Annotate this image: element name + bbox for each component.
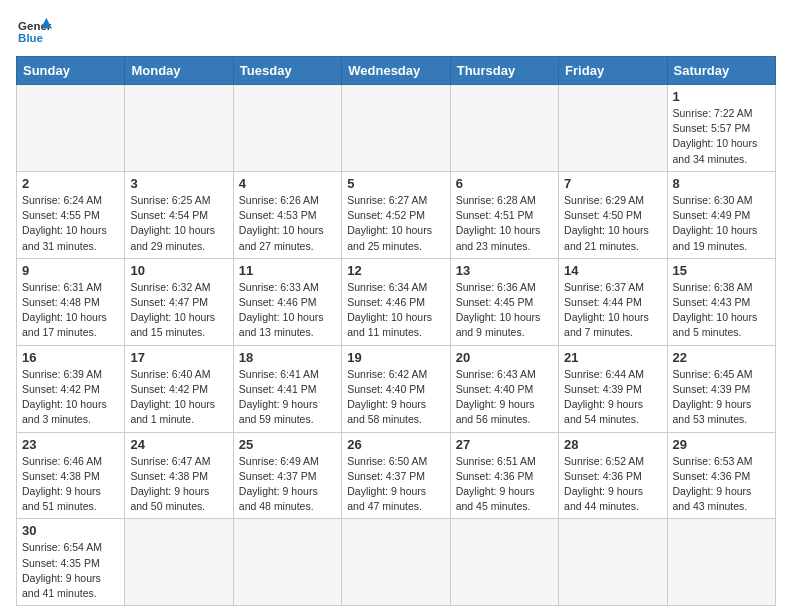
calendar-day-cell: 28Sunrise: 6:52 AM Sunset: 4:36 PM Dayli…: [559, 432, 667, 519]
calendar-day-cell: 15Sunrise: 6:38 AM Sunset: 4:43 PM Dayli…: [667, 258, 775, 345]
day-sun-info: Sunrise: 6:39 AM Sunset: 4:42 PM Dayligh…: [22, 367, 119, 428]
day-number: 27: [456, 437, 553, 452]
day-number: 24: [130, 437, 227, 452]
day-sun-info: Sunrise: 6:53 AM Sunset: 4:36 PM Dayligh…: [673, 454, 770, 515]
calendar-day-cell: [342, 85, 450, 172]
day-sun-info: Sunrise: 6:38 AM Sunset: 4:43 PM Dayligh…: [673, 280, 770, 341]
calendar-day-cell: 20Sunrise: 6:43 AM Sunset: 4:40 PM Dayli…: [450, 345, 558, 432]
day-sun-info: Sunrise: 6:29 AM Sunset: 4:50 PM Dayligh…: [564, 193, 661, 254]
calendar-day-cell: 5Sunrise: 6:27 AM Sunset: 4:52 PM Daylig…: [342, 171, 450, 258]
day-sun-info: Sunrise: 6:54 AM Sunset: 4:35 PM Dayligh…: [22, 540, 119, 601]
day-sun-info: Sunrise: 6:50 AM Sunset: 4:37 PM Dayligh…: [347, 454, 444, 515]
calendar-day-cell: 24Sunrise: 6:47 AM Sunset: 4:38 PM Dayli…: [125, 432, 233, 519]
day-sun-info: Sunrise: 7:22 AM Sunset: 5:57 PM Dayligh…: [673, 106, 770, 167]
calendar-day-cell: 25Sunrise: 6:49 AM Sunset: 4:37 PM Dayli…: [233, 432, 341, 519]
day-number: 5: [347, 176, 444, 191]
calendar-day-cell: 12Sunrise: 6:34 AM Sunset: 4:46 PM Dayli…: [342, 258, 450, 345]
day-number: 22: [673, 350, 770, 365]
calendar-week-row: 23Sunrise: 6:46 AM Sunset: 4:38 PM Dayli…: [17, 432, 776, 519]
calendar-day-cell: [17, 85, 125, 172]
day-sun-info: Sunrise: 6:25 AM Sunset: 4:54 PM Dayligh…: [130, 193, 227, 254]
calendar-day-cell: 1Sunrise: 7:22 AM Sunset: 5:57 PM Daylig…: [667, 85, 775, 172]
day-number: 20: [456, 350, 553, 365]
day-of-week-header: Friday: [559, 57, 667, 85]
day-number: 17: [130, 350, 227, 365]
day-sun-info: Sunrise: 6:34 AM Sunset: 4:46 PM Dayligh…: [347, 280, 444, 341]
logo: General Blue: [16, 16, 52, 46]
calendar-table: SundayMondayTuesdayWednesdayThursdayFrid…: [16, 56, 776, 606]
calendar-day-cell: [559, 85, 667, 172]
day-sun-info: Sunrise: 6:28 AM Sunset: 4:51 PM Dayligh…: [456, 193, 553, 254]
day-of-week-header: Tuesday: [233, 57, 341, 85]
calendar-day-cell: 27Sunrise: 6:51 AM Sunset: 4:36 PM Dayli…: [450, 432, 558, 519]
day-number: 16: [22, 350, 119, 365]
calendar-header: General Blue: [16, 16, 776, 46]
calendar-day-cell: [667, 519, 775, 606]
generalblue-logo-icon: General Blue: [16, 16, 52, 46]
calendar-day-cell: 9Sunrise: 6:31 AM Sunset: 4:48 PM Daylig…: [17, 258, 125, 345]
day-number: 29: [673, 437, 770, 452]
calendar-day-cell: 18Sunrise: 6:41 AM Sunset: 4:41 PM Dayli…: [233, 345, 341, 432]
day-number: 2: [22, 176, 119, 191]
day-sun-info: Sunrise: 6:51 AM Sunset: 4:36 PM Dayligh…: [456, 454, 553, 515]
day-number: 28: [564, 437, 661, 452]
calendar-week-row: 1Sunrise: 7:22 AM Sunset: 5:57 PM Daylig…: [17, 85, 776, 172]
day-number: 19: [347, 350, 444, 365]
calendar-day-cell: 19Sunrise: 6:42 AM Sunset: 4:40 PM Dayli…: [342, 345, 450, 432]
day-sun-info: Sunrise: 6:37 AM Sunset: 4:44 PM Dayligh…: [564, 280, 661, 341]
day-number: 18: [239, 350, 336, 365]
calendar-day-cell: [559, 519, 667, 606]
day-sun-info: Sunrise: 6:46 AM Sunset: 4:38 PM Dayligh…: [22, 454, 119, 515]
calendar-day-cell: 11Sunrise: 6:33 AM Sunset: 4:46 PM Dayli…: [233, 258, 341, 345]
day-sun-info: Sunrise: 6:43 AM Sunset: 4:40 PM Dayligh…: [456, 367, 553, 428]
day-number: 8: [673, 176, 770, 191]
day-number: 21: [564, 350, 661, 365]
calendar-day-cell: [125, 85, 233, 172]
svg-text:Blue: Blue: [18, 32, 43, 44]
day-of-week-header: Sunday: [17, 57, 125, 85]
calendar-day-cell: 23Sunrise: 6:46 AM Sunset: 4:38 PM Dayli…: [17, 432, 125, 519]
day-sun-info: Sunrise: 6:40 AM Sunset: 4:42 PM Dayligh…: [130, 367, 227, 428]
calendar-day-cell: 7Sunrise: 6:29 AM Sunset: 4:50 PM Daylig…: [559, 171, 667, 258]
calendar-day-cell: 26Sunrise: 6:50 AM Sunset: 4:37 PM Dayli…: [342, 432, 450, 519]
calendar-day-cell: 6Sunrise: 6:28 AM Sunset: 4:51 PM Daylig…: [450, 171, 558, 258]
calendar-day-cell: 17Sunrise: 6:40 AM Sunset: 4:42 PM Dayli…: [125, 345, 233, 432]
day-number: 23: [22, 437, 119, 452]
day-sun-info: Sunrise: 6:47 AM Sunset: 4:38 PM Dayligh…: [130, 454, 227, 515]
day-sun-info: Sunrise: 6:31 AM Sunset: 4:48 PM Dayligh…: [22, 280, 119, 341]
calendar-day-cell: 4Sunrise: 6:26 AM Sunset: 4:53 PM Daylig…: [233, 171, 341, 258]
day-number: 4: [239, 176, 336, 191]
calendar-day-cell: 8Sunrise: 6:30 AM Sunset: 4:49 PM Daylig…: [667, 171, 775, 258]
day-sun-info: Sunrise: 6:45 AM Sunset: 4:39 PM Dayligh…: [673, 367, 770, 428]
day-number: 3: [130, 176, 227, 191]
day-sun-info: Sunrise: 6:44 AM Sunset: 4:39 PM Dayligh…: [564, 367, 661, 428]
day-sun-info: Sunrise: 6:41 AM Sunset: 4:41 PM Dayligh…: [239, 367, 336, 428]
calendar-day-cell: 14Sunrise: 6:37 AM Sunset: 4:44 PM Dayli…: [559, 258, 667, 345]
calendar-day-cell: 21Sunrise: 6:44 AM Sunset: 4:39 PM Dayli…: [559, 345, 667, 432]
calendar-day-cell: 3Sunrise: 6:25 AM Sunset: 4:54 PM Daylig…: [125, 171, 233, 258]
day-number: 6: [456, 176, 553, 191]
calendar-day-cell: [233, 85, 341, 172]
day-sun-info: Sunrise: 6:24 AM Sunset: 4:55 PM Dayligh…: [22, 193, 119, 254]
day-number: 1: [673, 89, 770, 104]
day-sun-info: Sunrise: 6:42 AM Sunset: 4:40 PM Dayligh…: [347, 367, 444, 428]
calendar-day-cell: 29Sunrise: 6:53 AM Sunset: 4:36 PM Dayli…: [667, 432, 775, 519]
day-of-week-header: Thursday: [450, 57, 558, 85]
day-sun-info: Sunrise: 6:32 AM Sunset: 4:47 PM Dayligh…: [130, 280, 227, 341]
day-sun-info: Sunrise: 6:36 AM Sunset: 4:45 PM Dayligh…: [456, 280, 553, 341]
day-number: 10: [130, 263, 227, 278]
day-sun-info: Sunrise: 6:27 AM Sunset: 4:52 PM Dayligh…: [347, 193, 444, 254]
calendar-day-cell: 22Sunrise: 6:45 AM Sunset: 4:39 PM Dayli…: [667, 345, 775, 432]
day-number: 14: [564, 263, 661, 278]
calendar-week-row: 30Sunrise: 6:54 AM Sunset: 4:35 PM Dayli…: [17, 519, 776, 606]
day-of-week-header: Saturday: [667, 57, 775, 85]
calendar-day-cell: 16Sunrise: 6:39 AM Sunset: 4:42 PM Dayli…: [17, 345, 125, 432]
day-number: 9: [22, 263, 119, 278]
calendar-header-row: SundayMondayTuesdayWednesdayThursdayFrid…: [17, 57, 776, 85]
day-number: 26: [347, 437, 444, 452]
calendar-day-cell: 2Sunrise: 6:24 AM Sunset: 4:55 PM Daylig…: [17, 171, 125, 258]
calendar-day-cell: [450, 519, 558, 606]
day-sun-info: Sunrise: 6:30 AM Sunset: 4:49 PM Dayligh…: [673, 193, 770, 254]
day-number: 30: [22, 523, 119, 538]
calendar-day-cell: [342, 519, 450, 606]
